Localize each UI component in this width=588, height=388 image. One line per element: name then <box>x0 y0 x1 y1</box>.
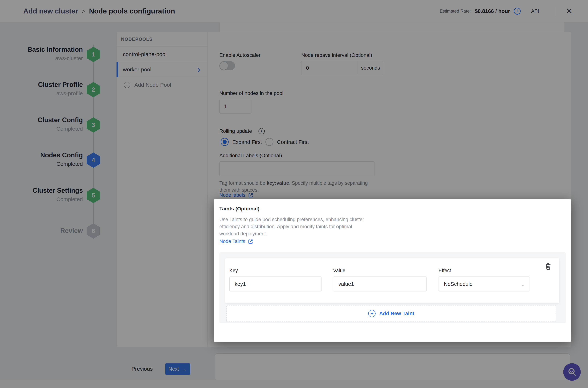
taint-row: Key Value Effect NoSchedule ⌄ <box>225 258 559 303</box>
taint-value-input[interactable] <box>333 276 427 291</box>
chevron-down-icon: ⌄ <box>521 281 525 287</box>
add-new-taint-button[interactable]: + Add New Taint <box>226 305 556 322</box>
cluster-wizard-screen: Add new cluster > Node pools configurati… <box>0 0 588 388</box>
taint-effect-label: Effect <box>439 268 451 273</box>
taints-list-container: Key Value Effect NoSchedule ⌄ + Add New … <box>219 252 566 323</box>
node-taints-link-text: Node Taints <box>219 239 245 244</box>
trash-icon[interactable] <box>545 263 551 271</box>
taint-key-input[interactable] <box>229 276 321 291</box>
taint-effect-value: NoSchedule <box>444 281 473 287</box>
taints-spotlight-card: Taints (Optional) Use Taints to guide po… <box>214 199 571 342</box>
taint-key-label: Key <box>229 268 238 273</box>
taints-heading: Taints (Optional) <box>219 206 259 212</box>
taints-description: Use Taints to guide pod scheduling prefe… <box>219 216 364 237</box>
taint-effect-select[interactable]: NoSchedule ⌄ <box>439 276 530 291</box>
plus-circle-icon: + <box>368 310 376 317</box>
external-link-icon <box>248 239 253 244</box>
node-taints-link[interactable]: Node Taints <box>219 239 253 244</box>
add-new-taint-label: Add New Taint <box>379 311 414 316</box>
taint-value-label: Value <box>333 268 345 273</box>
